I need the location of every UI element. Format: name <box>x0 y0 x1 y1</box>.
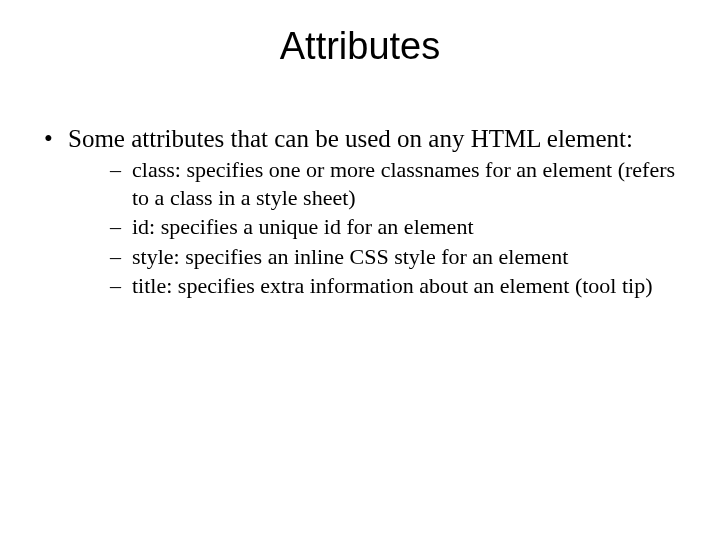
attribute-list: class: specifies one or more classnames … <box>110 156 680 300</box>
list-item: id: specifies a unique id for an element <box>110 213 680 241</box>
intro-text: Some attributes that can be used on any … <box>68 125 633 152</box>
list-item: style: specifies an inline CSS style for… <box>110 243 680 271</box>
list-item: class: specifies one or more classnames … <box>110 156 680 211</box>
intro-bullet: Some attributes that can be used on any … <box>40 123 680 300</box>
list-item: title: specifies extra information about… <box>110 272 680 300</box>
slide-title: Attributes <box>40 25 680 68</box>
